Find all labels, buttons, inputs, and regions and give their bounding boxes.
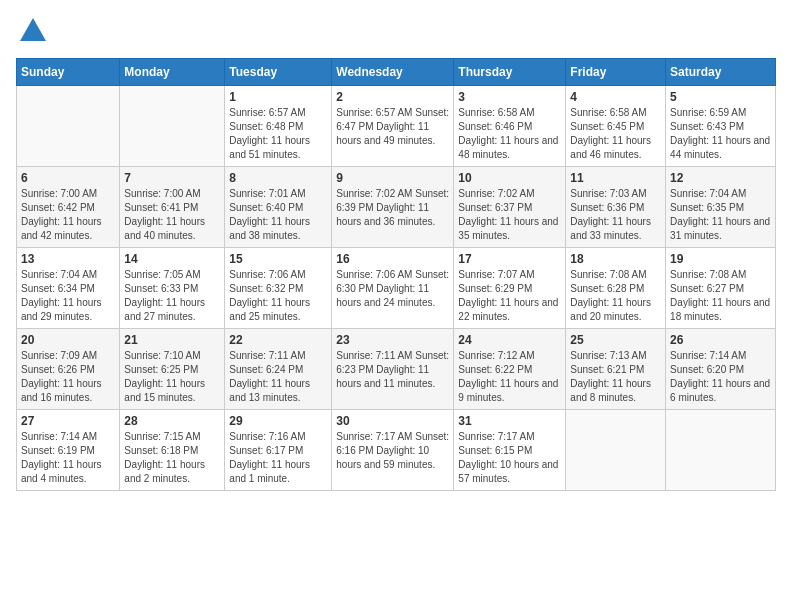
day-number: 17 (458, 252, 561, 266)
col-sunday: Sunday (17, 59, 120, 86)
col-wednesday: Wednesday (332, 59, 454, 86)
day-cell (120, 86, 225, 167)
day-cell: 17Sunrise: 7:07 AM Sunset: 6:29 PM Dayli… (454, 248, 566, 329)
day-info: Sunrise: 7:16 AM Sunset: 6:17 PM Dayligh… (229, 430, 327, 486)
day-cell: 12Sunrise: 7:04 AM Sunset: 6:35 PM Dayli… (666, 167, 776, 248)
col-friday: Friday (566, 59, 666, 86)
day-cell: 21Sunrise: 7:10 AM Sunset: 6:25 PM Dayli… (120, 329, 225, 410)
day-number: 25 (570, 333, 661, 347)
day-cell: 5Sunrise: 6:59 AM Sunset: 6:43 PM Daylig… (666, 86, 776, 167)
day-info: Sunrise: 7:00 AM Sunset: 6:41 PM Dayligh… (124, 187, 220, 243)
day-info: Sunrise: 7:00 AM Sunset: 6:42 PM Dayligh… (21, 187, 115, 243)
day-cell (666, 410, 776, 491)
day-info: Sunrise: 7:07 AM Sunset: 6:29 PM Dayligh… (458, 268, 561, 324)
day-info: Sunrise: 6:57 AM Sunset: 6:47 PM Dayligh… (336, 106, 449, 148)
day-info: Sunrise: 7:14 AM Sunset: 6:20 PM Dayligh… (670, 349, 771, 405)
day-cell: 23Sunrise: 7:11 AM Sunset: 6:23 PM Dayli… (332, 329, 454, 410)
day-cell (566, 410, 666, 491)
day-info: Sunrise: 6:59 AM Sunset: 6:43 PM Dayligh… (670, 106, 771, 162)
day-info: Sunrise: 7:17 AM Sunset: 6:16 PM Dayligh… (336, 430, 449, 472)
day-info: Sunrise: 7:03 AM Sunset: 6:36 PM Dayligh… (570, 187, 661, 243)
week-row-2: 6Sunrise: 7:00 AM Sunset: 6:42 PM Daylig… (17, 167, 776, 248)
day-cell (17, 86, 120, 167)
day-info: Sunrise: 7:11 AM Sunset: 6:24 PM Dayligh… (229, 349, 327, 405)
day-number: 4 (570, 90, 661, 104)
day-info: Sunrise: 6:58 AM Sunset: 6:46 PM Dayligh… (458, 106, 561, 162)
day-cell: 22Sunrise: 7:11 AM Sunset: 6:24 PM Dayli… (225, 329, 332, 410)
day-cell: 7Sunrise: 7:00 AM Sunset: 6:41 PM Daylig… (120, 167, 225, 248)
day-number: 9 (336, 171, 449, 185)
week-row-4: 20Sunrise: 7:09 AM Sunset: 6:26 PM Dayli… (17, 329, 776, 410)
day-cell: 25Sunrise: 7:13 AM Sunset: 6:21 PM Dayli… (566, 329, 666, 410)
week-row-3: 13Sunrise: 7:04 AM Sunset: 6:34 PM Dayli… (17, 248, 776, 329)
day-cell: 28Sunrise: 7:15 AM Sunset: 6:18 PM Dayli… (120, 410, 225, 491)
day-cell: 11Sunrise: 7:03 AM Sunset: 6:36 PM Dayli… (566, 167, 666, 248)
day-number: 18 (570, 252, 661, 266)
day-number: 13 (21, 252, 115, 266)
day-info: Sunrise: 7:10 AM Sunset: 6:25 PM Dayligh… (124, 349, 220, 405)
logo (16, 16, 48, 46)
day-info: Sunrise: 7:15 AM Sunset: 6:18 PM Dayligh… (124, 430, 220, 486)
day-number: 19 (670, 252, 771, 266)
day-info: Sunrise: 7:01 AM Sunset: 6:40 PM Dayligh… (229, 187, 327, 243)
day-info: Sunrise: 7:05 AM Sunset: 6:33 PM Dayligh… (124, 268, 220, 324)
day-cell: 8Sunrise: 7:01 AM Sunset: 6:40 PM Daylig… (225, 167, 332, 248)
day-info: Sunrise: 7:02 AM Sunset: 6:39 PM Dayligh… (336, 187, 449, 229)
day-cell: 18Sunrise: 7:08 AM Sunset: 6:28 PM Dayli… (566, 248, 666, 329)
day-cell: 4Sunrise: 6:58 AM Sunset: 6:45 PM Daylig… (566, 86, 666, 167)
col-thursday: Thursday (454, 59, 566, 86)
day-info: Sunrise: 7:04 AM Sunset: 6:34 PM Dayligh… (21, 268, 115, 324)
col-saturday: Saturday (666, 59, 776, 86)
day-cell: 14Sunrise: 7:05 AM Sunset: 6:33 PM Dayli… (120, 248, 225, 329)
svg-marker-0 (20, 18, 46, 41)
day-info: Sunrise: 7:14 AM Sunset: 6:19 PM Dayligh… (21, 430, 115, 486)
day-info: Sunrise: 6:58 AM Sunset: 6:45 PM Dayligh… (570, 106, 661, 162)
day-cell: 13Sunrise: 7:04 AM Sunset: 6:34 PM Dayli… (17, 248, 120, 329)
day-info: Sunrise: 7:06 AM Sunset: 6:30 PM Dayligh… (336, 268, 449, 310)
day-cell: 16Sunrise: 7:06 AM Sunset: 6:30 PM Dayli… (332, 248, 454, 329)
day-number: 23 (336, 333, 449, 347)
calendar-table: Sunday Monday Tuesday Wednesday Thursday… (16, 58, 776, 491)
day-info: Sunrise: 7:12 AM Sunset: 6:22 PM Dayligh… (458, 349, 561, 405)
day-number: 20 (21, 333, 115, 347)
day-info: Sunrise: 7:02 AM Sunset: 6:37 PM Dayligh… (458, 187, 561, 243)
day-info: Sunrise: 7:06 AM Sunset: 6:32 PM Dayligh… (229, 268, 327, 324)
day-number: 11 (570, 171, 661, 185)
day-number: 29 (229, 414, 327, 428)
day-cell: 29Sunrise: 7:16 AM Sunset: 6:17 PM Dayli… (225, 410, 332, 491)
calendar-header: Sunday Monday Tuesday Wednesday Thursday… (17, 59, 776, 86)
day-cell: 9Sunrise: 7:02 AM Sunset: 6:39 PM Daylig… (332, 167, 454, 248)
day-number: 8 (229, 171, 327, 185)
day-number: 6 (21, 171, 115, 185)
day-number: 30 (336, 414, 449, 428)
day-number: 12 (670, 171, 771, 185)
day-number: 28 (124, 414, 220, 428)
day-number: 27 (21, 414, 115, 428)
week-row-5: 27Sunrise: 7:14 AM Sunset: 6:19 PM Dayli… (17, 410, 776, 491)
day-cell: 26Sunrise: 7:14 AM Sunset: 6:20 PM Dayli… (666, 329, 776, 410)
header-row: Sunday Monday Tuesday Wednesday Thursday… (17, 59, 776, 86)
day-cell: 19Sunrise: 7:08 AM Sunset: 6:27 PM Dayli… (666, 248, 776, 329)
day-info: Sunrise: 7:17 AM Sunset: 6:15 PM Dayligh… (458, 430, 561, 486)
day-cell: 27Sunrise: 7:14 AM Sunset: 6:19 PM Dayli… (17, 410, 120, 491)
col-tuesday: Tuesday (225, 59, 332, 86)
day-info: Sunrise: 6:57 AM Sunset: 6:48 PM Dayligh… (229, 106, 327, 162)
day-number: 14 (124, 252, 220, 266)
day-cell: 24Sunrise: 7:12 AM Sunset: 6:22 PM Dayli… (454, 329, 566, 410)
week-row-1: 1Sunrise: 6:57 AM Sunset: 6:48 PM Daylig… (17, 86, 776, 167)
day-cell: 1Sunrise: 6:57 AM Sunset: 6:48 PM Daylig… (225, 86, 332, 167)
day-number: 24 (458, 333, 561, 347)
day-info: Sunrise: 7:08 AM Sunset: 6:28 PM Dayligh… (570, 268, 661, 324)
day-info: Sunrise: 7:04 AM Sunset: 6:35 PM Dayligh… (670, 187, 771, 243)
calendar-body: 1Sunrise: 6:57 AM Sunset: 6:48 PM Daylig… (17, 86, 776, 491)
day-cell: 15Sunrise: 7:06 AM Sunset: 6:32 PM Dayli… (225, 248, 332, 329)
day-info: Sunrise: 7:11 AM Sunset: 6:23 PM Dayligh… (336, 349, 449, 391)
day-number: 31 (458, 414, 561, 428)
day-cell: 6Sunrise: 7:00 AM Sunset: 6:42 PM Daylig… (17, 167, 120, 248)
day-number: 7 (124, 171, 220, 185)
day-number: 15 (229, 252, 327, 266)
day-number: 26 (670, 333, 771, 347)
day-number: 2 (336, 90, 449, 104)
day-cell: 3Sunrise: 6:58 AM Sunset: 6:46 PM Daylig… (454, 86, 566, 167)
day-number: 1 (229, 90, 327, 104)
